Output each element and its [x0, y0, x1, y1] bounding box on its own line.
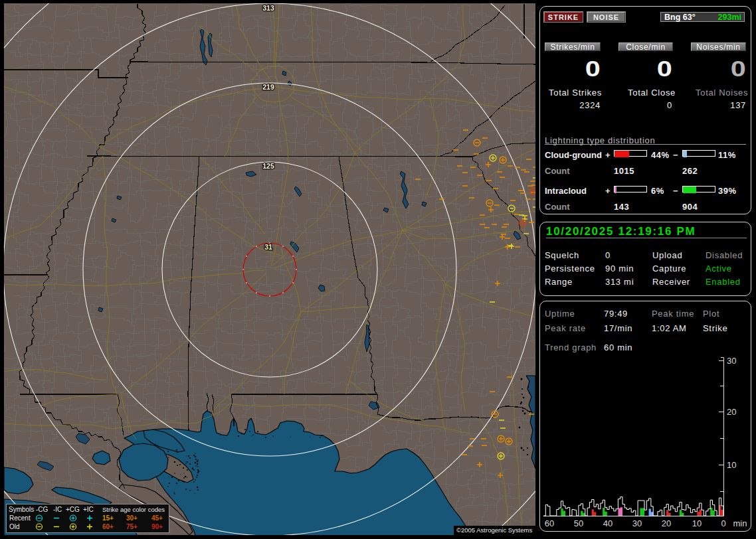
svg-text:-CG: -CG — [36, 506, 48, 513]
svg-text:20: 20 — [662, 518, 671, 528]
svg-text:30+: 30+ — [126, 514, 138, 522]
svg-text:219: 219 — [262, 83, 274, 91]
svg-text:125: 125 — [262, 162, 274, 170]
svg-text:-IC: -IC — [53, 506, 62, 513]
svg-text:50: 50 — [574, 518, 583, 528]
svg-text:30: 30 — [727, 356, 736, 366]
svg-text:20: 20 — [727, 407, 736, 417]
svg-text:10: 10 — [727, 460, 736, 470]
svg-text:31: 31 — [264, 243, 272, 251]
svg-text:60: 60 — [545, 518, 554, 528]
svg-text:Symbols: Symbols — [9, 506, 34, 513]
svg-text:Old: Old — [9, 523, 20, 530]
svg-text:min: min — [733, 518, 747, 528]
svg-text:Recent: Recent — [9, 514, 31, 522]
svg-text:0: 0 — [721, 518, 725, 528]
svg-text:30: 30 — [632, 518, 642, 528]
svg-text:313: 313 — [262, 4, 274, 12]
svg-text:60+: 60+ — [102, 523, 114, 530]
svg-text:+CG: +CG — [66, 506, 80, 513]
svg-text:40: 40 — [603, 518, 613, 528]
svg-text:+IC: +IC — [83, 506, 94, 513]
svg-text:10: 10 — [692, 518, 702, 528]
svg-text:15+: 15+ — [102, 514, 114, 522]
svg-text:45+: 45+ — [151, 514, 163, 522]
svg-text:75+: 75+ — [126, 523, 138, 530]
svg-text:Strike age color codes: Strike age color codes — [102, 506, 165, 513]
svg-text:90+: 90+ — [151, 523, 163, 530]
